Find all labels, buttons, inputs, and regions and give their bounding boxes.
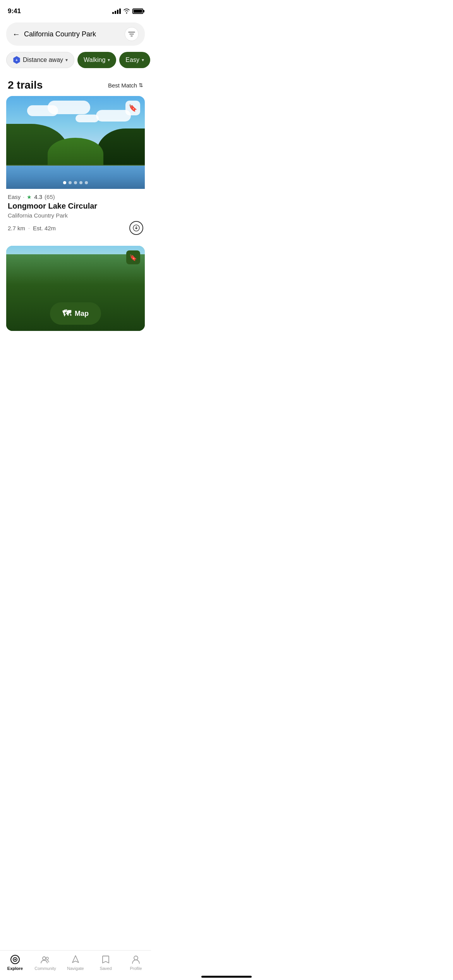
signal-bars-icon	[112, 9, 121, 14]
map-button-label: Map	[75, 310, 89, 318]
filter-button[interactable]	[125, 27, 139, 41]
search-input[interactable]: California Country Park	[24, 30, 121, 38]
distance-label: Distance away	[23, 57, 63, 63]
filter-easy[interactable]: Easy ▾	[119, 52, 150, 68]
dot-5	[85, 181, 88, 184]
trail-info-1: Easy · ★ 4.3 (65) Longmoor Lake Circular…	[6, 189, 145, 238]
download-icon	[133, 224, 140, 231]
trail-distance-1: 2.7 km	[8, 225, 25, 231]
status-icons	[112, 8, 143, 15]
easy-label: Easy	[125, 57, 139, 63]
trail-distance-time-1: 2.7 km · Est. 42m	[8, 225, 56, 231]
sort-label: Best Match	[108, 82, 137, 89]
walking-label: Walking	[84, 57, 105, 63]
walking-chevron: ▾	[108, 57, 110, 63]
bookmark-icon-1: 🔖	[129, 104, 137, 112]
star-icon-1: ★	[27, 194, 32, 200]
status-bar: 9:41	[0, 0, 151, 19]
trail-card-2[interactable]: 🔖 🗺 Map	[6, 246, 145, 331]
download-button-1[interactable]	[129, 221, 143, 235]
trail-reviews-1: (65)	[45, 194, 55, 200]
trail-difficulty-1: Easy	[8, 194, 21, 200]
dot-4	[79, 181, 82, 184]
trail-card-1[interactable]: 🔖 Easy · ★ 4.3 (65) Longmoor Lake Circul…	[6, 96, 145, 238]
filter-distance[interactable]: + Distance away ▾	[6, 52, 74, 68]
map-button-icon: 🗺	[62, 308, 71, 319]
trail-name-1: Longmoor Lake Circular	[8, 202, 143, 211]
saved-badge-2[interactable]: 🔖	[126, 250, 140, 264]
sort-button[interactable]: Best Match ⇅	[108, 82, 143, 89]
easy-chevron: ▾	[142, 57, 144, 63]
back-button[interactable]: ←	[12, 30, 20, 39]
sort-icon: ⇅	[139, 82, 143, 88]
bookmark-button-1[interactable]: 🔖	[125, 101, 140, 115]
distance-chevron: ▾	[65, 57, 68, 63]
dot-1	[63, 181, 66, 184]
saved-icon-2: 🔖	[129, 254, 137, 261]
carousel-dots-1	[63, 181, 88, 184]
hex-icon: +	[13, 56, 21, 64]
trail-stats-1: 2.7 km · Est. 42m	[8, 221, 143, 235]
search-bar-container: ← California Country Park	[0, 19, 151, 50]
wifi-icon	[123, 8, 130, 15]
trail-image-1: 🔖	[6, 96, 145, 189]
trail-rating-1: 4.3	[34, 194, 42, 200]
results-header: 2 trails Best Match ⇅	[0, 73, 151, 96]
dot-2	[69, 181, 72, 184]
filter-icon	[128, 31, 135, 37]
map-button-container: 🗺 Map	[50, 302, 101, 325]
filter-walking[interactable]: Walking ▾	[77, 52, 116, 68]
results-count: 2 trails	[8, 79, 43, 91]
dot-3	[74, 181, 77, 184]
trail-est-time-1: Est. 42m	[33, 225, 56, 231]
battery-icon	[132, 9, 143, 14]
map-button[interactable]: 🗺 Map	[50, 302, 101, 325]
status-time: 9:41	[8, 7, 21, 15]
filter-pills: + Distance away ▾ Walking ▾ Easy ▾ 0 km	[0, 50, 151, 73]
trail-meta-1: Easy · ★ 4.3 (65)	[8, 194, 143, 200]
search-bar[interactable]: ← California Country Park	[6, 22, 145, 46]
trail-location-1: California Country Park	[8, 212, 143, 219]
